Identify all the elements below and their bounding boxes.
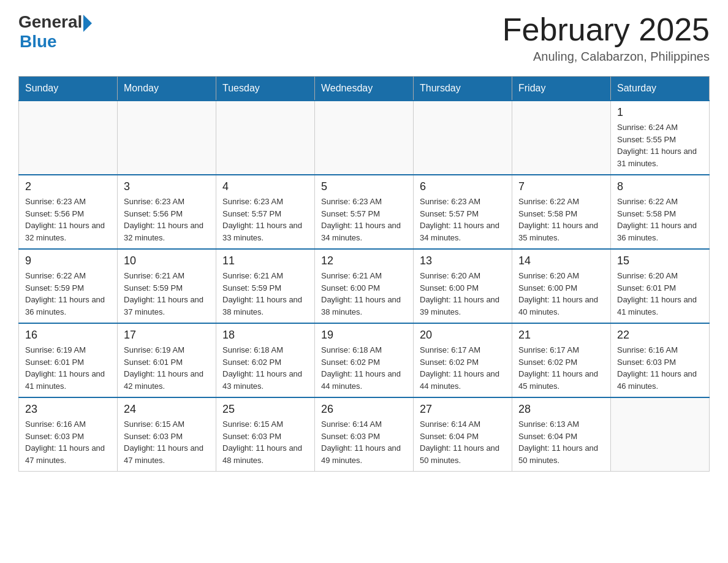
calendar-cell (315, 101, 414, 175)
day-number: 26 (321, 403, 407, 416)
day-info: Sunrise: 6:14 AM Sunset: 6:04 PM Dayligh… (420, 418, 506, 466)
day-number: 6 (420, 180, 506, 193)
day-number: 18 (222, 329, 308, 342)
day-info: Sunrise: 6:13 AM Sunset: 6:04 PM Dayligh… (518, 418, 604, 466)
day-number: 10 (124, 255, 210, 267)
title-section: February 2025 Anuling, Calabarzon, Phili… (502, 12, 710, 64)
calendar-cell: 12Sunrise: 6:21 AM Sunset: 6:00 PM Dayli… (315, 249, 414, 323)
day-info: Sunrise: 6:21 AM Sunset: 5:59 PM Dayligh… (222, 270, 308, 318)
calendar-table: SundayMondayTuesdayWednesdayThursdayFrid… (18, 76, 710, 472)
day-header-friday: Friday (512, 77, 611, 101)
calendar-cell: 20Sunrise: 6:17 AM Sunset: 6:02 PM Dayli… (414, 323, 512, 397)
calendar-cell (216, 101, 315, 175)
calendar-cell: 24Sunrise: 6:15 AM Sunset: 6:03 PM Dayli… (118, 397, 216, 472)
day-info: Sunrise: 6:21 AM Sunset: 6:00 PM Dayligh… (321, 270, 407, 318)
day-info: Sunrise: 6:23 AM Sunset: 5:56 PM Dayligh… (124, 196, 210, 243)
day-number: 16 (25, 329, 111, 342)
day-info: Sunrise: 6:23 AM Sunset: 5:56 PM Dayligh… (25, 196, 111, 243)
day-number: 23 (25, 403, 111, 416)
calendar-cell: 6Sunrise: 6:23 AM Sunset: 5:57 PM Daylig… (414, 175, 512, 249)
day-number: 19 (321, 329, 407, 342)
day-info: Sunrise: 6:24 AM Sunset: 5:55 PM Dayligh… (617, 121, 703, 169)
day-number: 4 (222, 180, 308, 193)
day-number: 13 (420, 255, 506, 267)
week-row-4: 16Sunrise: 6:19 AM Sunset: 6:01 PM Dayli… (19, 323, 710, 397)
day-info: Sunrise: 6:22 AM Sunset: 5:58 PM Dayligh… (518, 196, 604, 243)
day-number: 5 (321, 180, 407, 193)
calendar-cell: 27Sunrise: 6:14 AM Sunset: 6:04 PM Dayli… (414, 397, 512, 472)
logo-arrow-icon (83, 15, 92, 32)
calendar-cell (611, 397, 710, 472)
day-info: Sunrise: 6:21 AM Sunset: 5:59 PM Dayligh… (124, 270, 210, 318)
day-info: Sunrise: 6:23 AM Sunset: 5:57 PM Dayligh… (420, 196, 506, 243)
day-info: Sunrise: 6:19 AM Sunset: 6:01 PM Dayligh… (124, 344, 210, 392)
day-info: Sunrise: 6:23 AM Sunset: 5:57 PM Dayligh… (222, 196, 308, 243)
week-row-5: 23Sunrise: 6:16 AM Sunset: 6:03 PM Dayli… (19, 397, 710, 472)
calendar-cell: 3Sunrise: 6:23 AM Sunset: 5:56 PM Daylig… (118, 175, 216, 249)
day-info: Sunrise: 6:18 AM Sunset: 6:02 PM Dayligh… (222, 344, 308, 392)
day-number: 22 (617, 329, 703, 342)
week-row-1: 1Sunrise: 6:24 AM Sunset: 5:55 PM Daylig… (19, 101, 710, 175)
day-number: 9 (25, 255, 111, 267)
week-row-3: 9Sunrise: 6:22 AM Sunset: 5:59 PM Daylig… (19, 249, 710, 323)
day-number: 15 (617, 255, 703, 267)
calendar-cell: 2Sunrise: 6:23 AM Sunset: 5:56 PM Daylig… (19, 175, 118, 249)
calendar-cell: 26Sunrise: 6:14 AM Sunset: 6:03 PM Dayli… (315, 397, 414, 472)
day-header-monday: Monday (118, 77, 216, 101)
day-info: Sunrise: 6:20 AM Sunset: 6:01 PM Dayligh… (617, 270, 703, 318)
day-number: 2 (25, 180, 111, 193)
day-header-saturday: Saturday (611, 77, 710, 101)
day-info: Sunrise: 6:16 AM Sunset: 6:03 PM Dayligh… (617, 344, 703, 392)
day-header-thursday: Thursday (414, 77, 512, 101)
day-number: 12 (321, 255, 407, 267)
day-number: 1 (617, 106, 703, 119)
day-info: Sunrise: 6:20 AM Sunset: 6:00 PM Dayligh… (518, 270, 604, 318)
day-info: Sunrise: 6:17 AM Sunset: 6:02 PM Dayligh… (518, 344, 604, 392)
calendar-cell: 22Sunrise: 6:16 AM Sunset: 6:03 PM Dayli… (611, 323, 710, 397)
day-number: 17 (124, 329, 210, 342)
calendar-cell: 9Sunrise: 6:22 AM Sunset: 5:59 PM Daylig… (19, 249, 118, 323)
calendar-cell: 5Sunrise: 6:23 AM Sunset: 5:57 PM Daylig… (315, 175, 414, 249)
calendar-cell: 13Sunrise: 6:20 AM Sunset: 6:00 PM Dayli… (414, 249, 512, 323)
day-info: Sunrise: 6:19 AM Sunset: 6:01 PM Dayligh… (25, 344, 111, 392)
week-row-2: 2Sunrise: 6:23 AM Sunset: 5:56 PM Daylig… (19, 175, 710, 249)
day-info: Sunrise: 6:14 AM Sunset: 6:03 PM Dayligh… (321, 418, 407, 466)
logo-general-text: General (18, 12, 82, 32)
day-number: 7 (518, 180, 604, 193)
day-header-wednesday: Wednesday (315, 77, 414, 101)
day-number: 14 (518, 255, 604, 267)
calendar-cell: 14Sunrise: 6:20 AM Sunset: 6:00 PM Dayli… (512, 249, 611, 323)
calendar-cell: 15Sunrise: 6:20 AM Sunset: 6:01 PM Dayli… (611, 249, 710, 323)
calendar-cell: 28Sunrise: 6:13 AM Sunset: 6:04 PM Dayli… (512, 397, 611, 472)
day-header-tuesday: Tuesday (216, 77, 315, 101)
calendar-title: February 2025 (502, 12, 710, 47)
calendar-cell: 23Sunrise: 6:16 AM Sunset: 6:03 PM Dayli… (19, 397, 118, 472)
calendar-cell: 4Sunrise: 6:23 AM Sunset: 5:57 PM Daylig… (216, 175, 315, 249)
calendar-subtitle: Anuling, Calabarzon, Philippines (502, 50, 710, 64)
calendar-cell: 8Sunrise: 6:22 AM Sunset: 5:58 PM Daylig… (611, 175, 710, 249)
day-info: Sunrise: 6:22 AM Sunset: 5:59 PM Dayligh… (25, 270, 111, 318)
day-info: Sunrise: 6:22 AM Sunset: 5:58 PM Dayligh… (617, 196, 703, 243)
calendar-cell: 21Sunrise: 6:17 AM Sunset: 6:02 PM Dayli… (512, 323, 611, 397)
day-info: Sunrise: 6:18 AM Sunset: 6:02 PM Dayligh… (321, 344, 407, 392)
day-number: 20 (420, 329, 506, 342)
calendar-cell: 7Sunrise: 6:22 AM Sunset: 5:58 PM Daylig… (512, 175, 611, 249)
logo-blue-text: Blue (20, 32, 57, 52)
day-number: 27 (420, 403, 506, 416)
day-number: 11 (222, 255, 308, 267)
day-info: Sunrise: 6:15 AM Sunset: 6:03 PM Dayligh… (222, 418, 308, 466)
day-header-sunday: Sunday (19, 77, 118, 101)
day-number: 28 (518, 403, 604, 416)
calendar-cell (512, 101, 611, 175)
day-info: Sunrise: 6:20 AM Sunset: 6:00 PM Dayligh… (420, 270, 506, 318)
day-info: Sunrise: 6:15 AM Sunset: 6:03 PM Dayligh… (124, 418, 210, 466)
day-number: 24 (124, 403, 210, 416)
day-number: 25 (222, 403, 308, 416)
page-header: General Blue February 2025 Anuling, Cala… (18, 12, 710, 64)
day-info: Sunrise: 6:23 AM Sunset: 5:57 PM Dayligh… (321, 196, 407, 243)
calendar-header-row: SundayMondayTuesdayWednesdayThursdayFrid… (19, 77, 710, 101)
day-number: 21 (518, 329, 604, 342)
day-number: 3 (124, 180, 210, 193)
calendar-cell: 11Sunrise: 6:21 AM Sunset: 5:59 PM Dayli… (216, 249, 315, 323)
day-info: Sunrise: 6:16 AM Sunset: 6:03 PM Dayligh… (25, 418, 111, 466)
